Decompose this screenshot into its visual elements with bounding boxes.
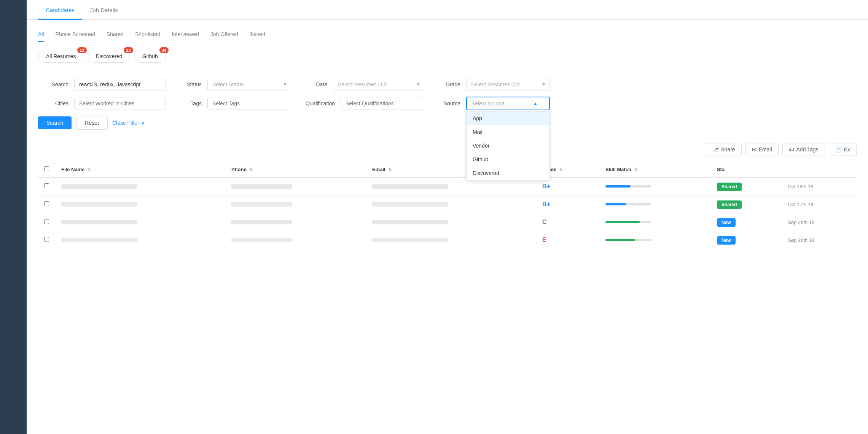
- table-row: C New Sep 28th 18: [38, 213, 857, 231]
- date-value-0: Oct 18th 18: [788, 184, 813, 189]
- email-sort-icon: ⇅: [388, 167, 392, 172]
- filter-action-row: Search Reset Close Filter ∧: [38, 116, 857, 130]
- reset-button[interactable]: Reset: [76, 116, 108, 130]
- status-label: Status: [171, 81, 202, 87]
- date-label: Date: [297, 81, 327, 87]
- file-name-placeholder-2: [61, 220, 137, 224]
- header-phone[interactable]: Phone ⇅: [225, 162, 366, 177]
- source-filter-tabs: All Resumes 13 Discovered 13 Github 34: [38, 50, 857, 63]
- phone-placeholder-1: [231, 202, 292, 207]
- header-date: [782, 162, 857, 177]
- email-button[interactable]: ✉ Email: [745, 143, 779, 156]
- email-placeholder-2: [372, 220, 448, 224]
- row-email-2: [366, 213, 536, 231]
- row-checkbox-0[interactable]: [44, 183, 49, 188]
- search-filters: Search Status Select Status ▼ Date Selec…: [38, 72, 857, 143]
- pipeline-tab-interviewed[interactable]: Interviewed: [172, 27, 199, 42]
- skill-bar-2: [605, 221, 640, 223]
- add-tags-button[interactable]: 🏷 Add Tags: [782, 143, 825, 156]
- export-button[interactable]: 📄 Ex: [829, 143, 857, 156]
- status-select[interactable]: Select Status: [207, 78, 291, 91]
- row-grade-2: C: [536, 213, 599, 231]
- share-button[interactable]: ⎇ Share: [706, 143, 741, 156]
- skill-bar-container-3: [605, 239, 651, 241]
- pipeline-tab-joined[interactable]: Joined: [250, 27, 265, 42]
- table-row: B+ Shared Oct 18th 18: [38, 177, 857, 196]
- source-placeholder-text: Select Source: [471, 100, 505, 107]
- row-grade-3: E: [536, 231, 599, 249]
- row-phone-2: [225, 213, 366, 231]
- source-tab-github[interactable]: Github 34: [134, 50, 166, 63]
- status-badge-2: New: [717, 218, 736, 227]
- phone-sort-icon: ⇅: [249, 167, 253, 172]
- source-option-github[interactable]: Github: [467, 153, 549, 166]
- qualification-label: Qualification: [297, 100, 335, 107]
- cities-input[interactable]: [74, 97, 166, 110]
- pipeline-tab-job-offered[interactable]: Job Offered: [210, 27, 238, 42]
- source-tab-discovered[interactable]: Discovered 13: [88, 50, 131, 63]
- header-skill-match[interactable]: Skill Match ⇅: [599, 162, 711, 177]
- export-label: Ex: [844, 146, 850, 153]
- grade-select-wrapper: Select Resumes Old ▼: [466, 78, 550, 91]
- row-file-name-0: [55, 177, 225, 196]
- tab-candidates[interactable]: Candidates: [38, 0, 82, 20]
- row-checkbox-cell: [38, 213, 55, 231]
- tag-icon: 🏷: [789, 146, 794, 153]
- qualification-input[interactable]: [341, 97, 424, 110]
- source-option-app[interactable]: App: [467, 111, 549, 125]
- github-badge: 34: [159, 47, 169, 53]
- pipeline-tab-shortlisted[interactable]: Shortlisted: [135, 27, 160, 42]
- date-select-wrapper: Select Resumes Old ▼: [333, 78, 424, 91]
- status-badge-1: Shared: [717, 200, 742, 209]
- filter-row-1: Search Status Select Status ▼ Date Selec…: [38, 78, 857, 91]
- skill-bar-1: [605, 203, 626, 205]
- row-date-3: Sep 26th 18: [782, 231, 857, 249]
- row-checkbox-1[interactable]: [44, 201, 49, 206]
- select-all-checkbox[interactable]: [44, 166, 49, 171]
- tags-input[interactable]: [207, 97, 291, 110]
- candidates-table: File Name ⇅ Phone ⇅ Email ⇅ Grade: [38, 162, 857, 249]
- source-option-mail[interactable]: Mail: [467, 125, 549, 139]
- tab-job-details[interactable]: Job Details: [82, 0, 126, 20]
- status-col-label: Sta: [717, 167, 725, 172]
- discovered-badge: 13: [124, 47, 133, 53]
- search-input[interactable]: [74, 78, 166, 91]
- filter-row-2: Cities Tags Qualification Source Select …: [38, 97, 857, 110]
- row-skill-match-3: [599, 231, 711, 249]
- header-status[interactable]: Sta: [711, 162, 782, 177]
- cities-label: Cities: [38, 100, 68, 107]
- file-name-placeholder-0: [61, 184, 137, 189]
- row-phone-1: [225, 196, 366, 213]
- search-button[interactable]: Search: [38, 116, 72, 129]
- grade-select[interactable]: Select Resumes Old: [466, 78, 550, 91]
- source-input-box[interactable]: Select Source ▲: [466, 97, 550, 110]
- header-file-name[interactable]: File Name ⇅: [55, 162, 225, 177]
- table-header-row: File Name ⇅ Phone ⇅ Email ⇅ Grade: [38, 162, 857, 177]
- source-tab-all-resumes[interactable]: All Resumes 13: [38, 50, 84, 63]
- email-col-label: Email: [372, 167, 385, 172]
- row-checkbox-3[interactable]: [44, 237, 49, 242]
- export-icon: 📄: [835, 146, 842, 153]
- search-label: Search: [38, 81, 68, 87]
- email-placeholder-1: [372, 202, 448, 207]
- row-checkbox-2[interactable]: [44, 219, 49, 224]
- close-filter-label: Close Filter: [112, 120, 139, 126]
- pipeline-tab-phone-screened[interactable]: Phone Screened: [56, 27, 95, 42]
- date-select[interactable]: Select Resumes Old: [333, 78, 424, 91]
- source-option-vendor[interactable]: Vendor: [467, 139, 549, 153]
- email-placeholder-3: [372, 238, 448, 242]
- skill-match-label: Skill Match: [605, 167, 631, 172]
- grade-label: Grade: [430, 81, 460, 87]
- row-skill-match-1: [599, 196, 711, 213]
- top-nav-tabs: Candidates Job Details: [27, 0, 868, 20]
- file-name-placeholder-3: [61, 238, 137, 242]
- row-checkbox-cell: [38, 231, 55, 249]
- close-filter-button[interactable]: Close Filter ∧: [112, 120, 145, 126]
- tags-label: Tags: [171, 100, 202, 107]
- row-phone-3: [225, 231, 366, 249]
- table-row: E New Sep 26th 18: [38, 231, 857, 249]
- pipeline-tab-all[interactable]: All: [38, 27, 44, 42]
- source-option-discovered[interactable]: Discovered: [467, 166, 549, 180]
- pipeline-tab-shared[interactable]: Shared: [107, 27, 124, 42]
- row-file-name-2: [55, 213, 225, 231]
